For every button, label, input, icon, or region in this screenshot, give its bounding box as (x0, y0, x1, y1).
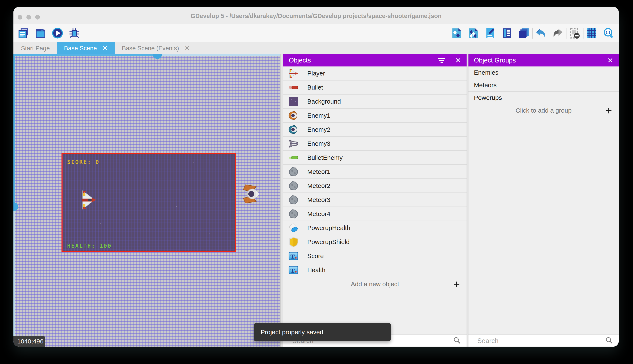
object-row-enemy2[interactable]: Enemy2 (283, 123, 467, 137)
object-groups-icon[interactable] (467, 27, 480, 39)
group-name: Meteors (474, 82, 605, 89)
objects-panel-title: Objects (289, 56, 438, 64)
tab-close-icon[interactable]: ✕ (184, 45, 190, 51)
powerup-health-icon (288, 223, 298, 233)
bullet-enemy-icon (288, 153, 298, 163)
panel-divider[interactable] (280, 54, 283, 346)
tab-close-icon[interactable]: ✕ (102, 45, 107, 51)
groups-search-input[interactable] (474, 337, 605, 345)
window-mask-icon[interactable] (568, 27, 581, 39)
player-ship-instance[interactable] (81, 190, 96, 210)
text-object-icon: Tx (288, 265, 298, 275)
object-row-bulletenemy[interactable]: BulletEnemy (283, 151, 467, 165)
object-row-poweruphealth[interactable]: PowerupHealth (283, 221, 467, 235)
group-row-enemies[interactable]: Enemies (468, 66, 619, 79)
svg-text:x: x (295, 256, 297, 260)
meteor-icon (288, 195, 298, 205)
grid-icon[interactable] (585, 27, 598, 39)
scene-editor-canvas[interactable]: SCORE: 0 HEALTH: 100 (14, 54, 280, 346)
svg-text:T: T (290, 253, 295, 260)
filter-icon[interactable] (438, 58, 445, 63)
meteor-icon (288, 181, 298, 191)
panel-divider[interactable] (467, 54, 468, 346)
object-groups-panel-header: Object Groups ✕ (468, 54, 619, 66)
title-bar: GDevelop 5 - /Users/dkarakay/Documents/G… (14, 7, 619, 24)
objects-panel: Objects ✕ PlayerBulletBackgroundEnemy1En… (283, 54, 467, 346)
groups-search-bar (468, 334, 619, 346)
object-row-enemy3[interactable]: Enemy3 (283, 137, 467, 151)
redo-arrow-icon[interactable] (552, 27, 564, 39)
zoom-1-1-icon[interactable]: 1:1 (602, 27, 614, 39)
svg-text:1:1: 1:1 (606, 31, 610, 34)
tab-label: Base Scene (Events) (122, 45, 179, 52)
search-icon (453, 336, 461, 345)
object-groups-panel-title: Object Groups (474, 56, 607, 64)
object-row-enemy1[interactable]: Enemy1 (283, 108, 467, 123)
scene-score-text: SCORE: 0 (67, 159, 100, 165)
tab-base-scene[interactable]: Base Scene✕ (57, 42, 115, 54)
meteor-icon (288, 209, 298, 219)
object-row-meteor4[interactable]: Meteor4 (283, 207, 467, 221)
object-row-score[interactable]: TxScore (283, 249, 467, 263)
group-row-powerups[interactable]: Powerups (468, 92, 619, 104)
close-icon[interactable]: ✕ (455, 57, 461, 64)
object-name: Score (307, 252, 453, 260)
object-row-meteor2[interactable]: Meteor2 (283, 179, 467, 193)
group-name: Powerups (474, 94, 605, 101)
enemy3-icon (288, 138, 298, 149)
object-name: Meteor2 (307, 182, 453, 189)
toolbar-separator (566, 28, 566, 38)
properties-pencil-icon[interactable] (484, 27, 496, 39)
play-preview-icon[interactable] (52, 27, 64, 39)
gdevelop-window: GDevelop 5 - /Users/dkarakay/Documents/G… (14, 7, 619, 346)
add-group-button[interactable]: Click to add a group+ (468, 104, 619, 117)
horizontal-scrollbar-track[interactable] (14, 54, 157, 56)
group-row-meteors[interactable]: Meteors (468, 79, 619, 92)
layers-icon[interactable] (518, 27, 530, 39)
powerup-shield-icon (288, 237, 298, 247)
object-name: Player (307, 70, 453, 77)
vertical-scrollbar-track[interactable] (14, 54, 15, 207)
object-row-meteor1[interactable]: Meteor1 (283, 165, 467, 179)
player-ship-icon (288, 68, 298, 78)
cursor-coordinates-badge: 1040;496 (14, 336, 45, 346)
undo-arrow-icon[interactable] (535, 27, 547, 39)
group-name: Enemies (474, 69, 605, 76)
enemy-ship-instance[interactable] (242, 184, 261, 204)
objects-editor-icon[interactable] (451, 27, 463, 39)
object-name: PowerupShield (307, 238, 453, 246)
object-name: PowerupHealth (307, 224, 453, 232)
plus-icon[interactable]: + (605, 105, 612, 116)
debug-bug-icon[interactable] (68, 27, 80, 39)
close-icon[interactable]: ✕ (607, 57, 613, 64)
object-name: Enemy2 (307, 126, 453, 133)
objects-list: PlayerBulletBackgroundEnemy1Enemy2Enemy3… (283, 66, 467, 346)
tab-base-scene-events-[interactable]: Base Scene (Events)✕ (115, 42, 197, 54)
object-name: Health (307, 266, 453, 274)
object-name: Meteor1 (307, 168, 453, 175)
add-object-button[interactable]: Add a new object+ (283, 277, 467, 291)
object-row-background[interactable]: Background (283, 94, 467, 108)
object-name: Meteor4 (307, 210, 453, 218)
object-row-player[interactable]: Player (283, 66, 467, 80)
tab-start-page[interactable]: Start Page (14, 42, 57, 54)
object-row-meteor3[interactable]: Meteor3 (283, 193, 467, 207)
object-row-bullet[interactable]: Bullet (283, 80, 467, 94)
svg-text:x: x (295, 270, 297, 274)
object-row-health[interactable]: TxHealth (283, 263, 467, 277)
enemy1-icon (288, 110, 298, 120)
object-groups-list: EnemiesMeteorsPowerupsClick to add a gro… (468, 66, 619, 346)
enemy2-icon (288, 124, 298, 134)
plus-icon[interactable]: + (453, 278, 460, 290)
vertical-scrollbar-track[interactable] (14, 211, 15, 346)
horizontal-scrollbar-track[interactable] (162, 54, 280, 56)
object-row-powerupshield[interactable]: PowerupShield (283, 235, 467, 249)
editor-tabs: Start PageBase Scene✕Base Scene (Events)… (14, 42, 619, 54)
svg-text:T: T (290, 267, 295, 274)
meteor-icon (288, 167, 298, 177)
instances-list-icon[interactable] (501, 27, 513, 39)
scene-windows-icon[interactable] (35, 27, 47, 39)
object-name: Meteor3 (307, 196, 453, 204)
project-manager-icon[interactable] (18, 27, 30, 39)
toolbar-separator (583, 28, 583, 38)
